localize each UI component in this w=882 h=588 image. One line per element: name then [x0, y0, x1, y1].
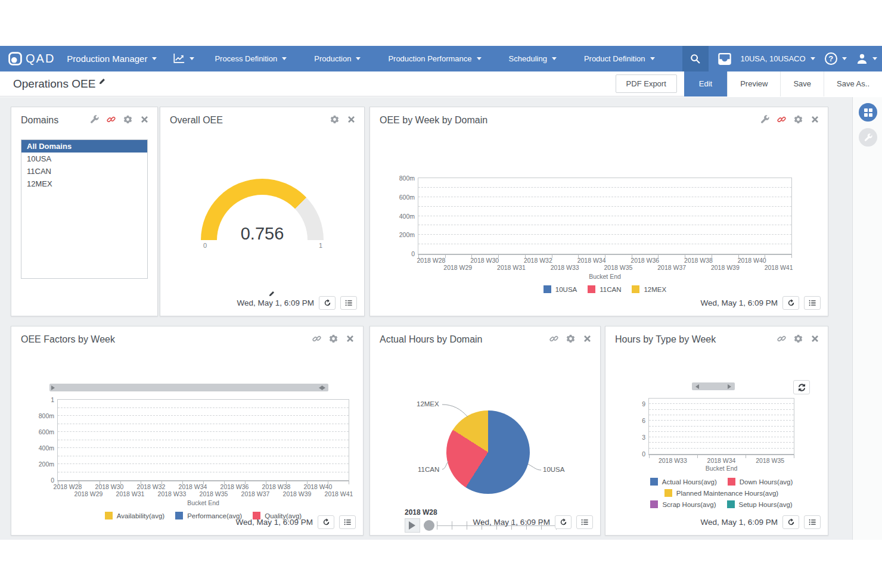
nav-right: 10USA, 10USACO ?	[682, 46, 882, 71]
user-menu[interactable]	[856, 53, 877, 64]
help-menu[interactable]: ?	[825, 52, 847, 65]
link-icon[interactable]	[549, 334, 558, 343]
nav-chart-menu[interactable]	[173, 54, 194, 64]
legend-swatch	[632, 285, 639, 293]
legend-item[interactable]: 11CAN	[588, 285, 621, 293]
nav-production-manager[interactable]: Production Manager	[67, 54, 157, 64]
nav-product-definition[interactable]: Product Definition	[584, 54, 655, 63]
panel-title: OEE by Week by Domain	[380, 115, 487, 126]
refresh-button[interactable]	[782, 296, 799, 310]
domain-item-12mex[interactable]: 12MEX	[21, 178, 147, 190]
chevron-down-icon	[190, 57, 194, 63]
legend-item[interactable]: Actual Hours(avg)	[650, 478, 717, 486]
legend-item[interactable]: 12MEX	[632, 285, 666, 293]
gear-icon[interactable]	[566, 334, 575, 343]
close-icon[interactable]	[140, 115, 149, 124]
nav-production-performance[interactable]: Production Performance	[388, 54, 481, 63]
play-button[interactable]	[405, 518, 420, 533]
x-tick-label: 2018 W35	[200, 490, 228, 497]
legend-swatch	[588, 285, 595, 293]
legend-item[interactable]: Planned Maintenance Hours(avg)	[664, 489, 778, 497]
timestamp: Wed, May 1, 6:09 PM	[235, 518, 313, 527]
edit-title-pencil-icon[interactable]	[99, 78, 105, 85]
link-icon[interactable]	[777, 115, 786, 124]
nav-process-definition[interactable]: Process Definition	[215, 54, 287, 63]
pdf-export-button[interactable]: PDF Export	[616, 74, 677, 93]
settings-fab-button[interactable]	[859, 128, 877, 147]
link-icon[interactable]	[312, 334, 321, 343]
list-icon	[344, 518, 352, 526]
legend-item[interactable]: Availability(avg)	[105, 512, 164, 519]
legend-swatch	[664, 489, 672, 497]
chart-legend: 10USA11CAN12MEX	[418, 285, 792, 293]
wrench-icon[interactable]	[760, 115, 769, 124]
list-button[interactable]	[340, 296, 357, 310]
chart-h-scrollbar[interactable]	[692, 382, 735, 390]
gear-icon[interactable]	[329, 334, 338, 343]
refresh-icon	[787, 518, 795, 526]
widgets-button[interactable]	[859, 103, 877, 122]
refresh-button[interactable]	[782, 515, 799, 529]
save-as-button[interactable]: Save As..	[824, 71, 882, 97]
close-icon[interactable]	[347, 115, 356, 124]
gear-icon[interactable]	[794, 115, 803, 124]
domain-selector[interactable]: 10USA, 10USACO	[741, 54, 815, 63]
chart-h-scrollbar[interactable]	[49, 384, 328, 391]
legend-item[interactable]: Performance(avg)	[175, 512, 242, 519]
sync-button[interactable]	[793, 380, 810, 394]
timeline-slider-handle[interactable]	[424, 520, 434, 531]
save-button[interactable]: Save	[780, 71, 824, 97]
domain-item-11can[interactable]: 11CAN	[21, 165, 147, 178]
close-icon[interactable]	[346, 334, 355, 343]
close-icon[interactable]	[810, 115, 819, 124]
gear-icon[interactable]	[794, 334, 803, 343]
qad-logo[interactable]: QAD	[8, 52, 55, 66]
panel-title: Actual Hours by Domain	[380, 334, 483, 345]
period-label: 2018 W28	[405, 508, 437, 517]
list-button[interactable]	[804, 515, 821, 529]
nav-production[interactable]: Production	[314, 54, 361, 63]
chevron-down-icon	[872, 57, 877, 63]
list-button[interactable]	[576, 515, 593, 529]
legend-item[interactable]: Down Hours(avg)	[728, 478, 793, 486]
wrench-icon[interactable]	[90, 115, 99, 124]
y-tick-label: 3	[620, 434, 645, 441]
x-axis-title: Bucket End	[57, 499, 349, 506]
link-icon[interactable]	[777, 334, 786, 343]
nav-scheduling[interactable]: Scheduling	[509, 54, 557, 63]
y-tick-label: 600m	[390, 194, 415, 201]
domain-item-all[interactable]: All Domains	[21, 140, 147, 153]
legend-item[interactable]: Setup Hours(avg)	[727, 500, 793, 508]
panel-title: Overall OEE	[170, 115, 223, 126]
y-tick-label: 600m	[29, 428, 54, 435]
gear-icon[interactable]	[330, 115, 339, 124]
refresh-icon	[787, 299, 795, 307]
legend-item[interactable]: 10USA	[544, 285, 577, 293]
gauge-min-label: 0	[203, 242, 207, 249]
gear-icon[interactable]	[123, 115, 132, 124]
close-icon[interactable]	[583, 334, 592, 343]
refresh-button[interactable]	[318, 515, 334, 529]
page: QAD Production Manager Process Definitio…	[0, 0, 882, 588]
preview-button[interactable]: Preview	[727, 71, 780, 97]
inbox-button[interactable]	[718, 52, 731, 66]
panel-title: Hours by Type by Week	[615, 334, 716, 345]
close-icon[interactable]	[810, 334, 819, 343]
refresh-button[interactable]	[555, 515, 572, 529]
pie-label-11can: 11CAN	[418, 466, 439, 473]
domain-selector-label: 10USA, 10USACO	[741, 54, 806, 63]
oee-factors-panel: OEE Factors by Week 0200m400m600m800m120…	[11, 326, 364, 536]
refresh-button[interactable]	[319, 296, 336, 310]
search-button[interactable]	[682, 46, 709, 71]
link-icon[interactable]	[107, 115, 116, 124]
page-title: Operations OEE	[13, 77, 95, 91]
list-button[interactable]	[339, 515, 356, 529]
x-tick-label: 2018 W39	[283, 490, 312, 497]
x-tick-label: 2018 W31	[497, 264, 526, 271]
list-button[interactable]	[804, 296, 821, 310]
edit-button[interactable]: Edit	[684, 71, 727, 97]
list-icon	[809, 299, 816, 307]
domain-item-10usa[interactable]: 10USA	[21, 153, 147, 165]
legend-item[interactable]: Scrap Hours(avg)	[650, 500, 716, 508]
legend-swatch	[728, 478, 735, 486]
